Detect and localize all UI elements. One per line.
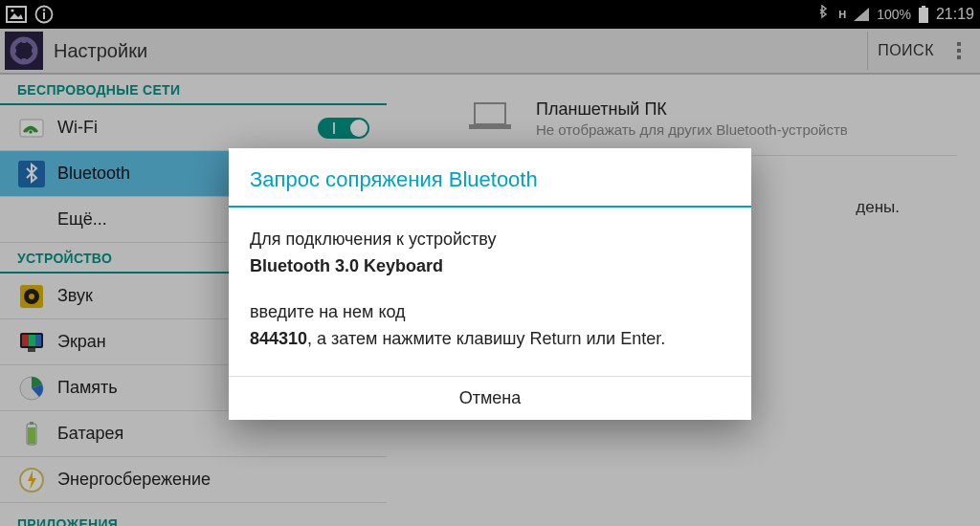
pairing-device-name: Bluetooth 3.0 Keyboard	[250, 256, 443, 275]
pairing-dialog: Запрос сопряжения Bluetooth Для подключе…	[229, 148, 751, 420]
dialog-body: Для подключения к устройствуBluetooth 3.…	[229, 208, 751, 376]
dialog-title: Запрос сопряжения Bluetooth	[229, 148, 751, 208]
pairing-code: 844310	[250, 329, 307, 348]
cancel-button[interactable]: Отмена	[229, 377, 751, 420]
